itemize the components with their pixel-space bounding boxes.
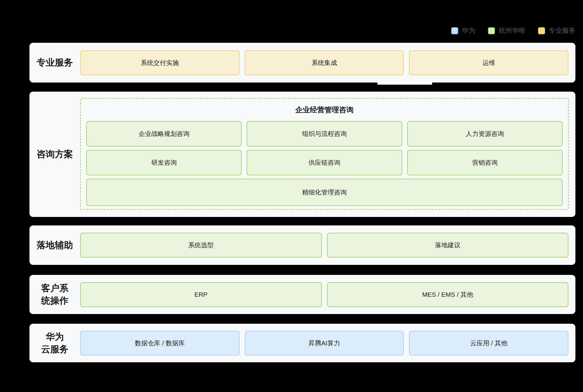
box-system-integration: 系统集成 bbox=[245, 50, 404, 75]
enterprise-management-consulting-group: 企业经营管理咨询 企业战略规划咨询 组织与流程咨询 人力资源咨询 研发咨询 供应… bbox=[80, 98, 569, 210]
architecture-diagram: 华为 杭州华唯 专业服务 专业服务 系统交付实施 系统集成 运维 bbox=[0, 0, 583, 392]
box-supply-chain-consulting: 供应链咨询 bbox=[247, 150, 402, 175]
box-cloud-app-other: 云应用 / 其他 bbox=[409, 331, 568, 356]
box-hr-consulting: 人力资源咨询 bbox=[407, 121, 563, 147]
box-label: 昇腾AI算力 bbox=[309, 339, 340, 347]
box-ascend-ai-compute: 昇腾AI算力 bbox=[245, 331, 404, 356]
section-professional-services: 专业服务 系统交付实施 系统集成 运维 bbox=[29, 43, 575, 83]
consulting-group-title: 企业经营管理咨询 bbox=[86, 99, 563, 121]
box-label: MES / EMS / 其他 bbox=[422, 290, 473, 299]
box-label: 云应用 / 其他 bbox=[470, 339, 507, 347]
box-system-delivery-implementation: 系统交付实施 bbox=[80, 50, 240, 75]
legend-item-huawei: 华为 bbox=[451, 26, 475, 35]
box-system-selection: 系统选型 bbox=[80, 233, 322, 258]
box-org-process-consulting: 组织与流程咨询 bbox=[247, 121, 402, 147]
box-rd-consulting: 研发咨询 bbox=[86, 150, 242, 175]
box-label: ERP bbox=[194, 291, 207, 298]
section-label-professional-services: 专业服务 bbox=[29, 43, 80, 83]
customer-system-boxes: ERP MES / EMS / 其他 bbox=[80, 275, 568, 314]
section-label-line: 客户系 bbox=[41, 282, 69, 295]
legend-item-hangzhou-huawei: 杭州华唯 bbox=[488, 26, 525, 35]
box-marketing-consulting: 营销咨询 bbox=[407, 150, 563, 175]
section-label-line: 统操作 bbox=[41, 295, 69, 307]
box-label: 运维 bbox=[482, 59, 495, 67]
box-operations-maintenance: 运维 bbox=[409, 50, 568, 75]
box-erp: ERP bbox=[80, 282, 322, 307]
box-label: 企业战略规划咨询 bbox=[138, 130, 189, 138]
consulting-row-2: 研发咨询 供应链咨询 营销咨询 bbox=[86, 150, 563, 175]
box-label: 人力资源咨询 bbox=[466, 130, 504, 138]
box-mes-ems-other: MES / EMS / 其他 bbox=[327, 282, 569, 307]
section-customer-system-operation: 客户系 统操作 ERP MES / EMS / 其他 bbox=[29, 275, 575, 314]
legend-label-huawei: 华为 bbox=[462, 26, 475, 35]
section-label-customer-system-operation: 客户系 统操作 bbox=[29, 275, 80, 314]
box-label: 组织与流程咨询 bbox=[302, 130, 347, 138]
box-label: 精细化管理咨询 bbox=[302, 188, 347, 197]
box-label: 系统集成 bbox=[312, 59, 337, 67]
professional-services-boxes: 系统交付实施 系统集成 运维 bbox=[80, 43, 568, 83]
box-data-warehouse-database: 数据仓库 / 数据库 bbox=[80, 331, 240, 356]
box-label: 系统交付实施 bbox=[141, 59, 179, 67]
section-label-line: 落地辅助 bbox=[37, 239, 73, 252]
box-strategy-planning-consulting: 企业战略规划咨询 bbox=[86, 121, 242, 147]
section-label-consulting-solutions: 咨询方案 bbox=[29, 92, 80, 217]
section-consulting-solutions: 咨询方案 企业经营管理咨询 企业战略规划咨询 组织与流程咨询 人力资源咨询 研发… bbox=[29, 92, 575, 217]
box-fine-management-consulting: 精细化管理咨询 bbox=[86, 179, 563, 206]
legend-label-professional-services: 专业服务 bbox=[549, 26, 575, 35]
legend: 华为 杭州华唯 专业服务 bbox=[451, 26, 575, 35]
box-label: 营销咨询 bbox=[472, 158, 498, 167]
box-label: 系统选型 bbox=[188, 241, 214, 249]
huawei-color-swatch-icon bbox=[451, 27, 458, 34]
professional-services-color-swatch-icon bbox=[538, 27, 545, 34]
section-label-line: 专业服务 bbox=[37, 56, 73, 69]
landing-assistance-boxes: 系统选型 落地建议 bbox=[80, 225, 568, 265]
box-label: 供应链咨询 bbox=[309, 158, 340, 167]
huawei-cloud-boxes: 数据仓库 / 数据库 昇腾AI算力 云应用 / 其他 bbox=[80, 324, 568, 362]
box-implementation-advice: 落地建议 bbox=[327, 233, 569, 258]
box-label: 研发咨询 bbox=[151, 158, 177, 167]
section-label-line: 云服务 bbox=[41, 343, 69, 356]
box-label: 数据仓库 / 数据库 bbox=[135, 339, 185, 347]
section-label-landing-assistance: 落地辅助 bbox=[29, 225, 80, 265]
section-huawei-cloud-services: 华为 云服务 数据仓库 / 数据库 昇腾AI算力 云应用 / 其他 bbox=[29, 324, 575, 362]
consulting-row-3: 精细化管理咨询 bbox=[86, 179, 563, 206]
section-label-huawei-cloud-services: 华为 云服务 bbox=[29, 324, 80, 362]
consulting-row-1: 企业战略规划咨询 组织与流程咨询 人力资源咨询 bbox=[86, 121, 563, 147]
section-label-line: 咨询方案 bbox=[37, 148, 73, 161]
connector-notch bbox=[377, 82, 432, 85]
legend-label-hangzhou-huawei: 杭州华唯 bbox=[499, 26, 525, 35]
section-landing-assistance: 落地辅助 系统选型 落地建议 bbox=[29, 225, 575, 265]
hangzhou-huawei-color-swatch-icon bbox=[488, 27, 495, 34]
legend-item-professional-services: 专业服务 bbox=[538, 26, 575, 35]
box-label: 落地建议 bbox=[435, 241, 460, 249]
section-label-line: 华为 bbox=[46, 331, 64, 343]
